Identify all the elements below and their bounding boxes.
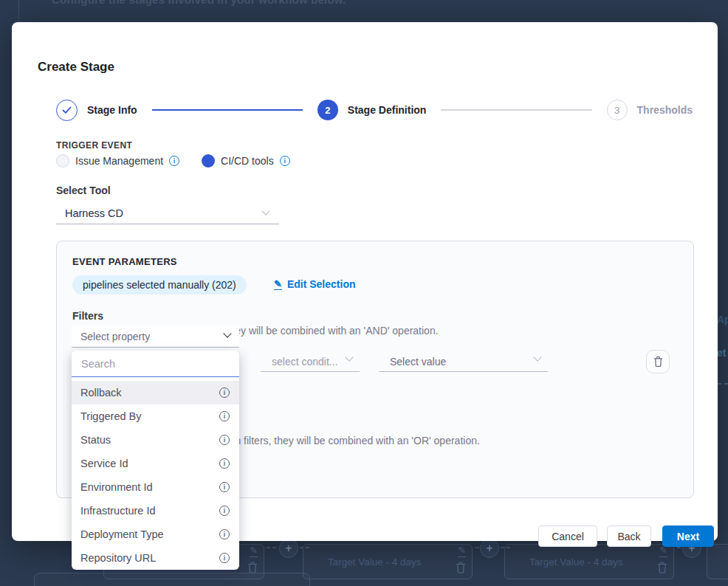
dropdown-item-label: Status <box>80 434 111 446</box>
background-header-strip: Configure the stages involved in your wo… <box>0 0 728 22</box>
dashed-connector <box>267 547 276 548</box>
edit-selection-link[interactable]: ✎ Edit Selection <box>274 278 355 290</box>
step-stage-definition[interactable]: 2 Stage Definition <box>317 100 427 120</box>
chevron-down-icon <box>345 353 353 361</box>
stage-card: Target Value - 4 days ✎ <box>504 544 674 579</box>
dropdown-item-label: Deployment Type <box>80 528 164 540</box>
next-label: Next <box>677 531 699 542</box>
edit-icon: ✎ <box>659 545 667 557</box>
dropdown-list: Rollback i Triggered By i Status i Servi… <box>72 377 239 570</box>
pencil-icon: ✎ <box>274 279 282 290</box>
property-dropdown-popover: Rollback i Triggered By i Status i Servi… <box>72 351 239 570</box>
info-icon[interactable]: i <box>219 458 230 469</box>
dropdown-item-label: Triggered By <box>80 410 141 422</box>
trash-icon <box>653 356 664 368</box>
property-placeholder: Select property <box>80 331 150 342</box>
info-icon[interactable]: i <box>219 553 230 563</box>
background-header-text: Configure the stages involved in your wo… <box>52 0 346 6</box>
add-stage-button: + <box>480 541 499 558</box>
background-text-fragment: et <box>717 347 726 359</box>
trash-icon <box>657 562 667 573</box>
stage-card-label: Target Value - 4 days <box>529 556 623 568</box>
check-circle-icon <box>56 100 78 121</box>
selection-pill: pipelines selected manually (202) <box>72 275 247 294</box>
dropdown-item-status[interactable]: Status i <box>72 428 239 452</box>
dropdown-item-service-id[interactable]: Service Id i <box>72 452 239 475</box>
dropdown-item-infrastructure-id[interactable]: Infrastructure Id i <box>72 499 239 523</box>
step-label: Thresholds <box>637 104 693 116</box>
stage-card-label: Target Value - 4 days <box>328 556 422 568</box>
edit-icon: ✎ <box>458 545 466 557</box>
back-button[interactable]: Back <box>607 525 651 547</box>
dropdown-item-label: Environment Id <box>80 481 153 493</box>
condition-placeholder: select condit... <box>272 356 338 368</box>
info-icon[interactable]: i <box>219 387 230 398</box>
chevron-down-icon <box>533 353 541 361</box>
info-icon[interactable]: i <box>219 506 230 516</box>
event-parameters-heading: EVENT PARAMETERS <box>72 256 177 267</box>
cancel-label: Cancel <box>552 531 584 542</box>
tool-select[interactable]: Harness CD <box>56 202 279 224</box>
filters-heading: Filters <box>72 310 103 322</box>
edit-selection-label: Edit Selection <box>287 278 356 290</box>
step-stage-info[interactable]: Stage Info <box>56 100 137 121</box>
step-thresholds[interactable]: 3 Thresholds <box>607 100 693 120</box>
dropdown-item-label: Repository URL <box>80 552 156 564</box>
trash-icon <box>247 562 258 573</box>
background-text-fragment: Ap <box>717 314 728 325</box>
radio-cicd-tools[interactable] <box>202 154 215 168</box>
next-button[interactable]: Next <box>662 525 714 547</box>
dropdown-item-environment-id[interactable]: Environment Id i <box>72 475 239 499</box>
value-placeholder: Select value <box>390 356 446 368</box>
stepper: Stage Info 2 Stage Definition 3 Threshol… <box>56 98 693 122</box>
info-icon[interactable]: i <box>219 411 230 421</box>
cancel-button[interactable]: Cancel <box>538 525 597 547</box>
radio-label: Issue Management <box>75 155 163 167</box>
dropdown-item-deployment-type[interactable]: Deployment Type i <box>72 523 239 546</box>
select-tool-label: Select Tool <box>56 185 111 196</box>
background-dashed-connector <box>718 383 728 385</box>
info-icon[interactable]: i <box>169 156 179 166</box>
trigger-event-label: TRIGGER EVENT <box>56 140 132 151</box>
dropdown-item-triggered-by[interactable]: Triggered By i <box>72 404 239 428</box>
radio-label: CI/CD tools <box>221 155 274 167</box>
trash-icon <box>456 562 466 573</box>
dropdown-item-label: Service Id <box>80 458 128 469</box>
radio-issue-management[interactable] <box>56 154 69 168</box>
dropdown-item-rollback[interactable]: Rollback i <box>72 381 239 404</box>
chevron-down-icon <box>223 329 231 337</box>
info-icon[interactable]: i <box>219 435 230 445</box>
dropdown-item-label: Rollback <box>80 387 122 399</box>
stage-card <box>34 573 310 586</box>
back-label: Back <box>617 531 640 542</box>
stage-card <box>707 544 728 579</box>
step-number-badge: 3 <box>607 100 628 120</box>
info-icon[interactable]: i <box>219 529 230 540</box>
search-input[interactable] <box>72 358 239 370</box>
condition-select[interactable]: select condit... <box>261 351 360 372</box>
remove-filter-button[interactable] <box>646 350 670 373</box>
background-divider <box>18 0 19 22</box>
dropdown-search <box>72 351 239 377</box>
step-number-badge: 2 <box>317 100 338 120</box>
stepper-connector <box>152 109 303 111</box>
step-label: Stage Definition <box>348 104 427 116</box>
tool-select-value: Harness CD <box>65 207 123 219</box>
modal-title: Create Stage <box>38 60 114 75</box>
info-icon[interactable]: i <box>219 482 230 492</box>
edit-icon: ✎ <box>250 545 258 557</box>
value-select[interactable]: Select value <box>379 351 548 372</box>
stepper-connector <box>441 109 591 111</box>
add-stage-button: + <box>279 541 298 558</box>
property-select[interactable]: Select property <box>72 325 239 348</box>
stage-card: Target Value - 4 days ✎ <box>303 544 473 579</box>
dropdown-item-label: Infrastructure Id <box>80 505 156 517</box>
trigger-event-options: Issue Management i CI/CD tools i <box>56 154 290 168</box>
dropdown-item-repository-url[interactable]: Repository URL i <box>72 546 239 570</box>
chevron-down-icon <box>261 207 269 215</box>
step-label: Stage Info <box>87 104 137 116</box>
info-icon[interactable]: i <box>280 156 290 166</box>
